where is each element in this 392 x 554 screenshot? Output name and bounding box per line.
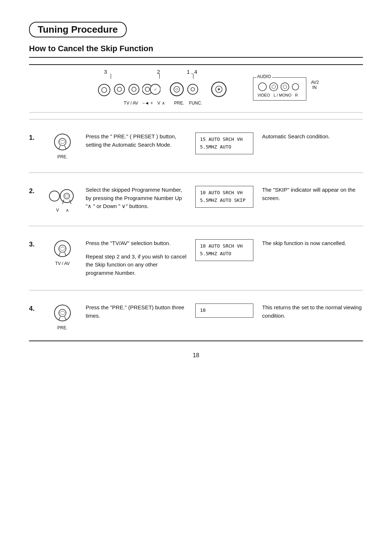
btn-tv-av (97, 83, 111, 97)
divider-top (29, 57, 363, 58)
svg-point-13 (191, 87, 195, 91)
subtitle: How to Cancel the Skip Function (29, 44, 363, 53)
step-1-num: 1. (29, 134, 39, 142)
step-4-result: This returns the set to the normal viewi… (262, 304, 363, 320)
svg-point-1 (102, 87, 107, 93)
step-4-desc: Press the "PRE." (PRESET) button three t… (86, 304, 187, 320)
step-2-up-label: ∧ (66, 208, 69, 213)
step-1-screen: 15 AUTO SRCH VH 5.5MHZ AUTO (195, 133, 253, 154)
page-number: 18 (29, 352, 363, 359)
step-2-icon: V ∧ (48, 186, 77, 213)
divider-2-3 (29, 226, 363, 226)
audio-label: AUDIO (256, 74, 272, 79)
steps-container: 1. PRE. Press the " PRE." ( PRESET ) but… (29, 126, 363, 337)
step-3-icon: TV / AV (48, 239, 77, 266)
svg-point-19 (272, 85, 275, 89)
btn-audio-2 (269, 82, 278, 91)
label-plus: + (151, 101, 153, 106)
label-14: 1 , 4 (187, 69, 197, 75)
step-3-icon-label: TV / AV (55, 261, 70, 266)
step-4-row: 4. PRE. Press the "PRE." (PRESET) button… (29, 297, 363, 337)
step-2-screen: 10 AUTO SRCH VH 5.5MHZ AUTO SKIP (195, 186, 253, 208)
label-func: FUNC. (189, 101, 203, 106)
btn-3 (128, 83, 140, 97)
svg-point-24 (59, 138, 66, 146)
svg-point-37 (59, 309, 66, 317)
btn-pre (169, 82, 184, 98)
svg-point-11 (174, 86, 180, 92)
btn-power (211, 81, 227, 99)
btn-4: ✓ (142, 82, 160, 98)
step-2-v-label: V (56, 208, 59, 213)
step-4-num: 4. (29, 305, 39, 313)
step-3-desc: Press the "TV/AV" selection button. Repe… (86, 239, 187, 277)
svg-point-7 (145, 87, 150, 91)
step-3-sub-note: Repeat step 2 and 3, if you wish to canc… (86, 253, 187, 277)
step-3-num: 3. (29, 241, 39, 248)
btn-audio-1 (258, 82, 267, 91)
label-r: R (295, 93, 298, 97)
step-2-row: 2. V ∧ Select the skipped Programme Numb… (29, 179, 363, 219)
svg-point-27 (49, 191, 60, 201)
step-3-screen: 10 AUTO SRCH VH 5.5MHZ AUTO (195, 239, 253, 261)
label-3: 3 (104, 69, 107, 75)
step-1-icon: PRE. (48, 133, 77, 159)
svg-point-21 (283, 85, 287, 89)
label-v: V (158, 101, 160, 106)
svg-point-22 (292, 83, 299, 90)
svg-point-5 (132, 87, 136, 91)
step-4-icon-label: PRE. (57, 325, 68, 330)
label-up: ∧ (162, 101, 165, 106)
av2-label: AV2 (311, 80, 319, 85)
divider-1-2 (29, 172, 363, 173)
audio-panel: AUDIO AV2 IN V (253, 77, 306, 101)
divider-3-4 (29, 290, 363, 290)
step-4-icon: PRE. (48, 304, 77, 330)
svg-text:✓: ✓ (154, 87, 157, 91)
label-video: VIDEO (258, 93, 270, 97)
divider-after-diagram (29, 119, 363, 119)
step-1-icon-label: PRE. (57, 154, 68, 159)
label-pre: PRE. (172, 101, 187, 106)
btn-2 (113, 83, 126, 97)
step-1-row: 1. PRE. Press the " PRE." ( PRESET ) but… (29, 126, 363, 166)
step-3-result: The skip function is now cancelled. (262, 239, 363, 248)
label-minus: −◄ (142, 101, 149, 106)
step-4-screen: 10 (195, 304, 253, 318)
svg-point-17 (258, 83, 266, 91)
step-3-row: 3. TV / AV Press the "TV/AV" selection b… (29, 233, 363, 284)
label-tv-av: TV / AV (122, 101, 140, 106)
step-1-desc: Press the " PRE." ( PRESET ) button, set… (86, 133, 187, 149)
step-2-desc: Select the skipped Programme Number, by … (86, 186, 187, 211)
title-box: Tuning Procedure (29, 22, 127, 37)
title-text: Tuning Procedure (38, 24, 118, 35)
remote-diagram: 3 2 1 , 4 (29, 64, 363, 113)
step-2-num: 2. (29, 187, 39, 195)
label-2: 2 (157, 69, 160, 75)
btn-func (187, 83, 199, 97)
svg-point-16 (218, 88, 220, 90)
svg-point-3 (117, 87, 122, 91)
svg-point-33 (59, 245, 66, 252)
in-label: IN (313, 85, 317, 90)
step-1-result: Automatic Search condition. (262, 133, 363, 141)
label-l-mono: L / MONO (274, 93, 291, 97)
btn-audio-3 (280, 82, 290, 91)
btn-audio-4 (291, 83, 299, 91)
step-2-result: The "SKIP" indicator will appear on the … (262, 186, 363, 202)
divider-bottom (29, 341, 363, 341)
